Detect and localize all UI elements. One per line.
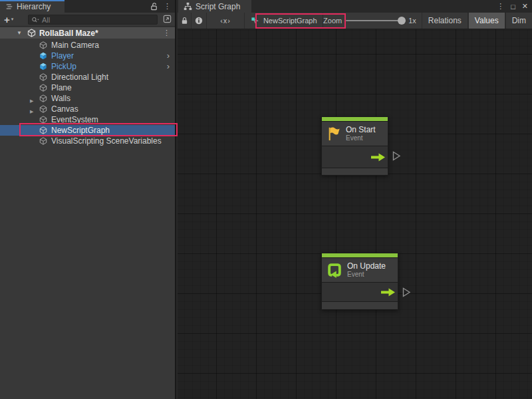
script-graph-tabbar: Script Graph ⋮ □ ✕ — [178, 0, 532, 13]
search-placeholder: All — [42, 16, 50, 24]
script-graph-asset-icon — [251, 17, 259, 25]
unlock-icon[interactable] — [150, 2, 158, 11]
node-on-update[interactable]: On Update Event — [321, 253, 398, 310]
graph-tree-icon — [184, 2, 192, 11]
graph-canvas[interactable]: On Start Event — [178, 29, 532, 399]
zoom-slider-knob[interactable] — [398, 17, 406, 25]
node-subtitle: Event — [346, 134, 376, 142]
graph-info-button[interactable] — [192, 13, 207, 29]
scene-menu-icon[interactable]: ⋮ — [163, 29, 170, 37]
search-input[interactable]: All — [28, 15, 158, 25]
graph-lock-button[interactable] — [178, 13, 192, 29]
tree-item-pickup[interactable]: PickUp › — [0, 61, 175, 72]
scene-header[interactable]: ▼ RollaBall Maze* ⋮ — [0, 27, 175, 39]
prefab-enter-chevron-icon[interactable]: › — [167, 51, 170, 61]
create-object-button[interactable]: + ▾ — [4, 13, 13, 25]
info-icon — [195, 17, 203, 25]
node-footer — [322, 301, 398, 309]
node-subtitle: Event — [347, 271, 386, 279]
dim-toggle-button[interactable]: Dim — [505, 13, 532, 29]
variables-icon: ‹x› — [220, 17, 231, 25]
tree-item-visualscripting-scenevariables[interactable]: VisualScripting SceneVariables — [0, 136, 175, 146]
scene-name: RollaBall Maze* — [39, 29, 98, 38]
script-graph-panel: Script Graph ⋮ □ ✕ ‹x› — [178, 0, 532, 399]
tree-item-canvas[interactable]: ▶ Canvas — [0, 104, 175, 114]
trigger-output-port-icon[interactable] — [381, 288, 395, 297]
tree-item-plane[interactable]: Plane — [0, 82, 175, 93]
prefab-cube-icon — [39, 63, 47, 70]
connection-arrow-icon — [402, 287, 411, 297]
unity-scene-icon — [27, 29, 36, 37]
node-on-start[interactable]: On Start Event — [321, 116, 388, 176]
gameobject-cube-icon — [39, 105, 47, 113]
blackboard-variables-button[interactable]: ‹x› — [207, 13, 245, 29]
gameobject-cube-icon — [39, 116, 47, 124]
relations-toggle-button[interactable]: Relations — [422, 13, 468, 29]
tree-item-newscriptgraph[interactable]: NewScriptGraph — [0, 125, 175, 136]
zoom-slider[interactable] — [346, 20, 404, 21]
tab-script-graph-label: Script Graph — [196, 2, 240, 11]
focused-tab-accent — [0, 0, 65, 1]
hierarchy-toolbar: + ▾ All — [0, 13, 175, 27]
plus-icon: + — [4, 15, 10, 25]
tab-hierarchy-label: Hierarchy — [17, 2, 51, 11]
gameobject-cube-icon — [39, 73, 47, 81]
flag-icon — [327, 126, 341, 142]
hierarchy-panel: Hierarchy ⋮ + ▾ All — [0, 0, 176, 399]
tree-item-main-camera[interactable]: Main Camera — [0, 40, 175, 51]
window-menu-icon[interactable]: ⋮ — [497, 3, 504, 10]
lock-icon — [181, 17, 188, 25]
prefab-cube-icon — [39, 52, 47, 60]
values-toggle-button[interactable]: Values — [468, 13, 505, 29]
tab-hierarchy[interactable]: Hierarchy — [0, 0, 65, 13]
hierarchy-icon — [5, 3, 13, 11]
tree-item-walls[interactable]: ▶ Walls — [0, 93, 175, 104]
tree-item-directional-light[interactable]: Directional Light — [0, 72, 175, 82]
tab-script-graph[interactable]: Script Graph — [178, 0, 251, 13]
hierarchy-menu-icon[interactable]: ⋮ — [164, 3, 171, 10]
tree-item-player[interactable]: Player › — [0, 51, 175, 61]
gameobject-cube-icon — [39, 137, 47, 145]
trigger-output-port-icon[interactable] — [371, 153, 385, 162]
graph-breadcrumb-button[interactable]: NewScriptGraph — [245, 13, 323, 29]
zoom-control: Zoom 1x — [323, 13, 422, 29]
prefab-enter-chevron-icon[interactable]: › — [167, 61, 170, 72]
unity-editor-window: Hierarchy ⋮ + ▾ All — [0, 0, 532, 399]
tree-item-eventsystem[interactable]: EventSystem — [0, 114, 175, 125]
caret-down-icon: ▾ — [11, 17, 14, 22]
open-search-window-icon[interactable] — [162, 14, 172, 24]
node-footer — [322, 168, 388, 175]
breadcrumb-label: NewScriptGraph — [263, 17, 317, 25]
node-title: On Start — [346, 125, 376, 134]
gameobject-cube-icon — [39, 41, 47, 49]
loop-icon — [327, 262, 342, 278]
hierarchy-tree: Main Camera Player › PickUp › Directiona… — [0, 40, 175, 146]
node-title: On Update — [347, 261, 386, 271]
zoom-value: 1x — [408, 17, 416, 25]
hierarchy-tabbar: Hierarchy ⋮ — [0, 0, 175, 13]
maximize-icon[interactable]: □ — [511, 3, 515, 11]
connection-arrow-icon — [392, 151, 401, 161]
zoom-label: Zoom — [323, 17, 342, 25]
scene-foldout-icon[interactable]: ▼ — [17, 30, 22, 36]
search-icon — [31, 17, 40, 23]
close-icon[interactable]: ✕ — [522, 2, 528, 11]
graph-toolbar: ‹x› NewScriptGraph Zoom 1x Relations Va — [178, 13, 532, 29]
gameobject-cube-icon — [39, 94, 47, 102]
gameobject-cube-icon — [39, 84, 47, 92]
gameobject-cube-icon — [39, 126, 47, 134]
